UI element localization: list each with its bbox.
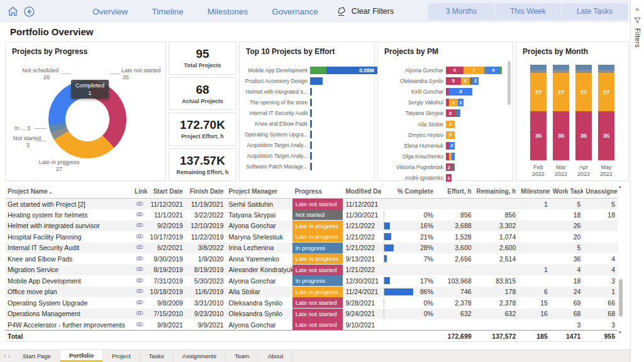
pm-bar-row[interactable]: Oleksandra Synilo532 [383,75,504,86]
effort-bar-row[interactable]: Software Patch Manage... [245,161,369,172]
effort-bar-row[interactable]: Acquisition Target Analy... [245,140,369,150]
clear-filters-button[interactable]: Clear Filters [336,7,394,16]
link-icon[interactable] [136,310,143,316]
table-row[interactable]: Heating system for helmets11/1/20213/22/… [5,209,618,221]
milestones-cell: 1 [518,199,550,210]
column-header-start-date[interactable]: Start Date [147,184,186,199]
unassigned-cell: 3 [583,275,618,287]
table-row[interactable]: Operating System Upgrade9/8/20093/31/201… [5,297,618,309]
month-column[interactable]: 3527 [553,65,569,160]
quick-filter-this-week[interactable]: This Week [495,3,561,20]
scrollbar-thumb[interactable] [619,279,623,317]
month-column[interactable]: 3527 [530,65,547,160]
effort-bar-row[interactable]: Knee and Elbow Pads [245,118,369,129]
table-row[interactable]: Helmet with integrated sunvisor9/2/20191… [5,221,618,232]
link-icon[interactable] [136,299,143,305]
quick-filter-3-months[interactable]: 3 Months [428,3,494,20]
pm-bar-row[interactable]: Viktoriia Pogrebniak2 [383,162,504,173]
tab-next-icon[interactable]: › [8,353,10,359]
pm-name-label: Dmytro Hrytsiv [383,132,443,138]
link-icon[interactable] [136,288,143,294]
link-icon[interactable] [136,321,143,327]
chart-scrollbar[interactable] [508,61,511,105]
column-header-project-name[interactable]: Project Name ▲ [5,184,132,199]
table-scrollbar[interactable]: ▲ ▼ [618,185,624,343]
column-header-modified-date[interactable]: Modified Date [343,184,381,199]
scroll-down-icon[interactable]: ▼ [618,331,622,334]
quick-filter-buttons: 3 MonthsThis WeekLate Tasks [428,3,628,20]
page-tab-project[interactable]: Project [103,350,140,362]
link-icon[interactable] [136,233,143,239]
page-tab-assignments[interactable]: Assignments [174,350,226,362]
table-row[interactable]: Operations Management7/15/20109/23/2010O… [5,309,618,320]
pm-bar-row[interactable]: Alyona Gonchar674 [383,65,504,75]
effort-bar-row[interactable]: The opening of the store [245,97,369,107]
table-row[interactable]: Internal IT Security Audit6/2/20213/8/20… [5,243,618,254]
page-tab-start-page[interactable]: Start Page [14,350,60,362]
pm-bar-row[interactable]: Olga Kravchenko [383,151,504,162]
filter-funnel-icon[interactable] [634,17,641,24]
link-icon[interactable] [136,255,143,261]
kpi-card-stack: 95Total Projects68Actual Projects172.70K… [169,41,236,181]
link-cell [132,265,147,276]
column-header-unassigned[interactable]: Unassigned [583,184,618,199]
column-header-work-tasks[interactable]: Work Tasks [550,184,584,199]
page-tab-about[interactable]: About [258,350,292,362]
pm-bar-row[interactable]: Elena Humeniuk2 [383,140,504,151]
column-header-progress[interactable]: Progress [292,184,343,199]
link-icon[interactable] [136,266,143,272]
nav-item-milestones[interactable]: Milestones [208,7,248,16]
column-header-remaining-h[interactable]: Remaining, h [474,184,519,199]
effort-bar-segment [310,109,312,117]
link-icon[interactable] [136,222,143,228]
table-row[interactable]: Office move plan10/18/201911/6/2019Alla … [5,287,618,298]
link-icon[interactable] [136,277,143,283]
column-header-finish-date[interactable]: Finish Date [186,184,226,199]
link-icon[interactable] [136,200,143,207]
column-header-effort-h[interactable]: Effort, h [436,184,474,199]
expand-filters-icon[interactable]: « [635,5,639,13]
total-unassigned-cell: 955 [583,331,618,342]
pm-bar-row[interactable]: Tatyana Skrypai3 [383,108,504,119]
pm-bar-row[interactable]: Alla Stoliar3 [383,119,504,129]
nav-item-overview[interactable]: Overview [92,7,128,16]
table-row[interactable]: Knee and Elbow Pads9/30/20191/9/2020Anna… [5,253,618,265]
effort-bar-row[interactable]: Product Accessory Design [245,75,369,86]
quick-filter-late-tasks[interactable]: Late Tasks [562,3,628,20]
home-icon[interactable] [8,6,18,16]
table-row[interactable]: P4W Accelerator - further improvements9/… [5,319,618,331]
tab-prev-icon[interactable]: ‹ [4,353,6,359]
back-icon[interactable] [24,6,35,17]
column-header--complete[interactable]: % Complete [381,184,436,199]
link-icon[interactable] [136,211,143,217]
pm-bar-row[interactable]: Sergiy Vakshul32 [383,97,504,108]
finish-date-cell: 5/30/2023 [186,275,226,287]
month-column[interactable]: 3527 [575,65,592,160]
callout-not-scheduled: Not scheduled 26 [11,67,58,81]
nav-item-governance[interactable]: Governance [272,7,318,16]
page-tab-tasks[interactable]: Tasks [140,350,174,362]
effort-bar-row[interactable]: Acquisition Target Analy... [245,150,369,161]
month-column[interactable]: 3527 [598,65,614,160]
tab-nav-arrows[interactable]: ‹ › [0,350,14,362]
nav-item-timeline[interactable]: Timeline [152,7,184,16]
scroll-up-icon[interactable]: ▲ [618,185,622,189]
page-tab-portfolio[interactable]: Portfolio [60,350,103,362]
effort-bar-row[interactable]: Operating System Upgra... [245,129,369,140]
link-icon[interactable] [136,244,143,250]
effort-bar-row[interactable]: Mobile App Development0.08M [245,65,369,75]
page-tab-team[interactable]: Team [226,350,258,362]
table-row[interactable]: Migration Service8/19/20198/19/2019Alexa… [5,265,618,276]
effort-bar-row[interactable]: Helmet with integrated s... [245,86,369,97]
column-header-project-manager[interactable]: Project Manager [226,184,292,199]
effort-bar-row[interactable]: Internal IT Security Audit [245,107,369,118]
table-row[interactable]: Hospital Facility Planning10/17/201911/2… [5,231,618,243]
column-header-link[interactable]: Link [132,184,147,199]
pm-bar-row[interactable]: Dmytro Hrytsiv3 [383,129,504,140]
pm-bar-row[interactable]: Kirill Gonchar8 [383,86,504,97]
table-row[interactable]: Get started with Project [2]11/12/202111… [5,199,618,210]
pm-bar-row[interactable]: Andrii Ignatenko2 [383,173,504,184]
table-row[interactable]: Mobile App Development7/31/20195/30/2023… [5,275,618,287]
column-header-milestones[interactable]: Milestones [518,184,550,199]
work-tasks-cell: 69 [550,297,584,309]
